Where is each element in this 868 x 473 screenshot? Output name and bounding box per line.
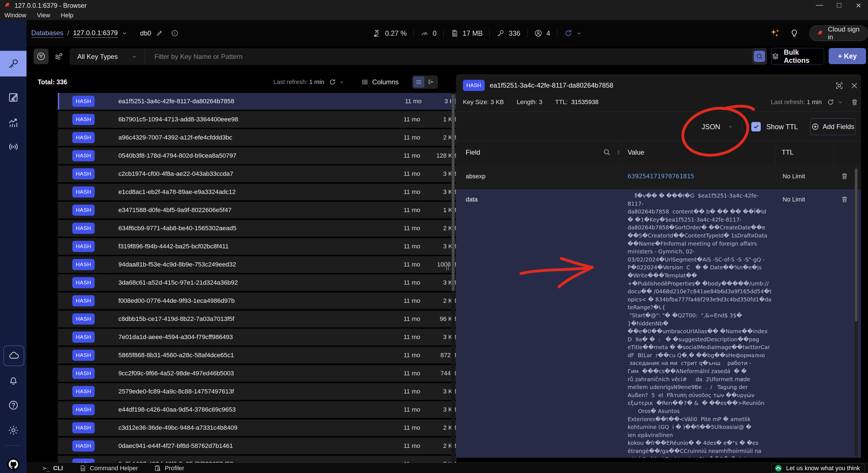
key-filter-input[interactable]: Filter by Key Name or Pattern [154,53,753,61]
key-size: 2 KB [420,134,457,141]
sidebar [0,20,27,473]
key-row[interactable]: HASHe3471588-d0fe-4bf5-9a9f-8022606e5f47… [58,202,457,219]
field-search-icon[interactable] [602,148,611,156]
key-row[interactable]: HASHc8dbb15b-ce17-419d-8b22-7a03a7013f5f… [58,311,457,327]
key-row[interactable]: HASH634f6cb9-9771-4ab8-be40-1565302aead5… [58,220,457,236]
field-column-header[interactable]: Field [466,149,480,156]
sidebar-item-analytics[interactable] [0,109,27,135]
add-fields-button[interactable]: Add Fields [810,118,856,135]
cloud-icon [8,350,20,362]
db-overview-stats: 0.27 % 0 17 MB 336 4 [373,20,582,46]
filter-keys-button[interactable] [33,49,49,64]
stats-refresh-chevron-icon[interactable] [576,30,582,37]
field-value[interactable]: ỻ�v�� � ���I�G $ea1f5251-3a4c-42fe- 8117… [628,192,773,458]
sidebar-item-cloud[interactable] [3,345,24,366]
key-row[interactable]: HASH9cc2f09c-9f66-4a52-98de-497ed46b5003… [58,365,457,382]
key-row[interactable]: HASHf008ed00-0776-44de-9f93-1eca4986d97b… [58,292,457,309]
key-type-dropdown[interactable]: All Key Types [70,53,145,61]
stat-keys: 336 [496,29,520,37]
key-row[interactable]: HASHe44df198-c426-40aa-9d54-3786c69c9653… [58,401,457,418]
maximize-button[interactable]: □ [833,1,845,9]
details-last-refresh: Last refresh: 1 min [771,98,822,106]
profiler-button[interactable]: Profiler [154,465,184,472]
panel-resize-handle[interactable] [446,262,449,270]
ttl-column-header[interactable]: TTL [782,149,794,156]
delete-key-trash-icon[interactable] [851,98,859,106]
key-row[interactable]: HASHea1f5251-3a4c-42fe-8117-da80264b7858… [58,93,457,110]
feedback-button[interactable]: Let us know what you think [771,464,865,473]
key-ttl: 11 mo [390,370,420,377]
key-type-badge: HASH [72,259,95,270]
add-key-button[interactable]: + Key [829,48,866,64]
key-ttl-label[interactable]: TTL: 31535938 [555,98,598,106]
key-row[interactable]: HASH0540b3f8-178d-4794-802d-b9cea8a50797… [58,147,457,164]
details-refresh-icon[interactable] [827,98,835,106]
key-ttl: 11 mo [390,134,420,141]
db-info-icon[interactable] [171,29,179,37]
breadcrumb-separator: / [67,29,69,37]
field-row-data[interactable]: data ỻ�v�� � ���I�G $ea1f5251-3a4c-42fe-… [456,189,861,458]
value-column-header[interactable]: Value [628,149,644,156]
close-details-icon[interactable] [850,82,859,90]
field-row-absexp[interactable]: absexp 639254171970761815 No Limit [456,164,861,189]
command-helper-button[interactable]: Command Helper [79,465,138,472]
key-type-chevron-icon [131,54,137,60]
key-row[interactable]: HASH6b7901c5-1094-4713-add8-3364400eee98… [58,111,457,128]
key-row[interactable]: HASH94daa81b-f53e-4c9d-8b9e-753c249eed32… [58,256,457,273]
cli-button[interactable]: >_ CLI [43,465,63,472]
key-row[interactable]: HASHc2cb1974-cf00-4f8a-ae22-043ab33ccda7… [58,165,457,182]
close-window-button[interactable]: × [852,0,865,10]
minimize-button[interactable]: — [813,1,826,9]
sidebar-item-settings[interactable] [0,417,27,443]
key-row[interactable]: HASHe1cd8ac1-eb2f-4a78-89ae-e9a3324adc12… [58,184,457,200]
key-name: 6b7901c5-1094-4713-add8-3364400eee98 [118,116,390,123]
sidebar-item-browser[interactable] [0,51,27,76]
field-value[interactable]: 639254171970761815 [628,173,694,180]
key-row[interactable]: HASHa96c4329-7007-4392-a12f-efe4cfddd3bc… [58,129,457,146]
bulk-actions-button[interactable]: Bulk Actions [771,48,824,65]
stat-cpu: 0.27 % [373,29,407,37]
fields-scrollbar[interactable] [855,168,858,321]
scan-pattern-icon[interactable] [54,52,63,61]
sidebar-item-github[interactable] [0,451,27,473]
cloud-sign-in-button[interactable]: Cloud sign in [809,25,868,41]
key-ttl: 11 mo [390,297,420,305]
key-row[interactable]: HASH0daec941-e44f-4f27-bf8d-58762d7b1461… [58,438,457,454]
breadcrumb-current-db[interactable]: 127.0.0.1:6379 [73,29,118,38]
key-row[interactable]: HASHf319f896-f94b-4442-ba25-bcf02bc8f411… [58,238,457,255]
key-row[interactable]: HASH2579ede0-fc89-4a9c-8c88-14757497613f… [58,383,457,400]
key-type-badge: HASH [72,204,95,216]
show-ttl-checkbox[interactable] [751,122,761,131]
menu-window[interactable]: Window [4,12,26,19]
column-resize-handle[interactable]: ‖ [617,150,620,156]
key-name: 0540b3f8-178d-4794-802d-b9cea8a50797 [118,152,390,159]
copilot-sparkles-icon[interactable] [770,28,780,38]
sidebar-item-pubsub[interactable] [0,134,27,160]
key-row[interactable]: HASH7e01da1d-aeee-4594-a304-f79cff986493… [58,329,457,345]
key-type-badge: HASH [72,132,95,143]
key-size: 2 KB [420,225,457,232]
key-row[interactable]: HASH0e8b1687-493d-46f6-9a05-f0f838657d52… [58,456,457,463]
delete-field-trash-icon[interactable] [841,195,848,203]
key-list-scrollbar[interactable] [452,94,455,291]
key-details-panel: HASH ea1f5251-3a4c-42fe-8117-da80264b785… [456,74,861,458]
format-selector-dropdown[interactable]: JSON [702,123,733,131]
fullscreen-icon[interactable] [835,82,843,90]
breadcrumb-databases-link[interactable]: Databases [31,29,63,38]
db-switch-chevron-icon[interactable] [121,30,128,37]
stats-refresh-icon[interactable] [564,29,573,38]
delete-field-trash-icon[interactable] [841,172,848,180]
details-refresh-chevron-icon[interactable] [837,99,843,105]
insights-bulb-icon[interactable] [789,28,799,38]
sidebar-item-notifications[interactable] [0,368,27,393]
edit-alias-pencil-icon[interactable] [156,30,163,37]
filter-row: All Key Types Filter by Key Name or Patt… [27,46,868,67]
key-row[interactable]: HASHc3d12e36-36de-49bc-9484-a7331c4b8409… [58,419,457,436]
key-row[interactable]: HASH5865f868-8b31-4560-a28c-58af4dce65c1… [58,347,457,364]
key-row[interactable]: HASH3da68c61-a52d-415c-97e1-21d324a36b92… [58,274,457,291]
search-toggle-button[interactable] [752,48,767,65]
sidebar-item-workbench[interactable] [0,84,27,110]
menu-view[interactable]: View [37,12,50,19]
sidebar-item-help[interactable] [0,392,27,418]
menu-help[interactable]: Help [61,12,73,19]
